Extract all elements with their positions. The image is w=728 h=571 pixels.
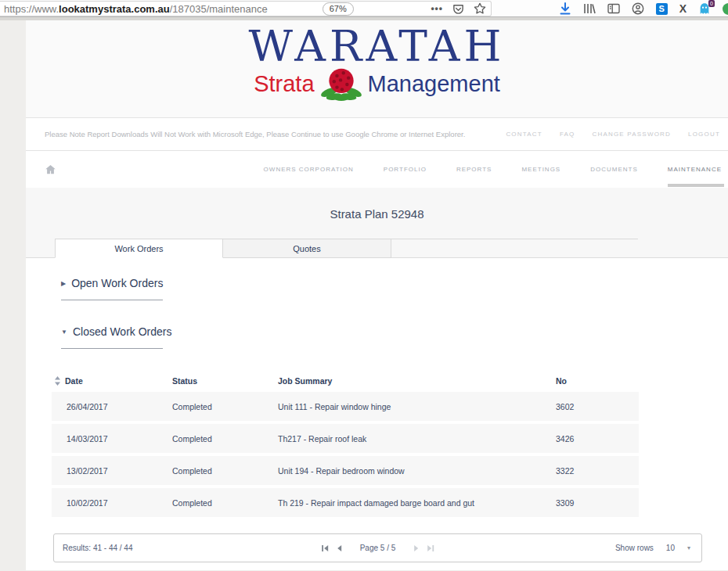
row-date: 10/02/2017 [52,498,157,508]
nav-portfolio[interactable]: PORTFOLIO [384,166,427,173]
first-page-button[interactable] [321,544,329,552]
row-status: Completed [157,402,263,411]
closed-work-orders-label: Closed Work Orders [73,325,172,338]
title-band: Strata Plan 52948 Work Orders Quotes [26,188,728,258]
table-row[interactable]: 10/02/2017 Completed Th 219 - Repair imp… [52,488,639,517]
logo-subtitle[interactable]: Strata [254,66,500,102]
tab-quotes[interactable]: Quotes [223,239,391,258]
url-bar[interactable]: https://www.lookatmystrata.com.au/187035… [0,1,492,16]
account-icon[interactable] [632,2,644,15]
row-date: 26/04/2017 [52,402,157,411]
previous-page-button[interactable] [336,544,342,552]
dropdown-caret-icon[interactable]: ▾ [687,544,690,551]
open-work-orders-label: Open Work Orders [71,277,163,289]
browser-toolbar: https://www.lookatmystrata.com.au/187035… [0,0,728,17]
page-title: Strata Plan 52948 [26,188,728,221]
site-header: WARATAH Strata [26,20,728,118]
table-row[interactable]: 13/02/2017 Completed Unit 194 - Repair b… [52,456,639,485]
section-divider [61,300,163,300]
nav-maintenance[interactable]: MAINTENANCE [668,166,722,173]
edge-warning-notice: Please Note Report Downloads Will Not Wo… [45,130,465,138]
next-page-button[interactable] [413,544,420,552]
row-status: Completed [157,466,263,476]
column-status[interactable]: Status [157,376,263,386]
ghostery-badge: 0 [708,0,715,7]
row-no: 3426 [541,434,639,444]
logo-management-text: Management [368,71,500,97]
tab-work-orders[interactable]: Work Orders [55,239,223,258]
x-extension-icon[interactable]: X [679,2,687,15]
table-header: Date Status Job Summary No [52,370,639,392]
column-job-summary[interactable]: Job Summary [263,376,541,386]
column-no[interactable]: No [541,376,639,386]
tab-bar: Work Orders Quotes [55,239,638,258]
collapsed-arrow-icon: ▶ [61,280,66,287]
s-extension-icon[interactable]: S [656,3,668,15]
bookmark-star-icon[interactable] [474,2,486,15]
expanded-arrow-icon: ▼ [61,329,67,336]
results-count: Results: 41 - 44 / 44 [54,544,133,552]
waratah-flower-icon [319,66,363,102]
home-icon[interactable] [45,163,56,175]
sidebar-icon[interactable] [607,2,620,15]
change-password-link[interactable]: CHANGE PASSWORD [592,131,671,138]
closed-work-orders-toggle[interactable]: ▼ Closed Work Orders [61,325,728,338]
closed-work-orders-table: Date Status Job Summary No 26/04/2017 Co… [52,370,639,517]
work-orders-panel: ▶ Open Work Orders ▼ Closed Work Orders … [26,258,728,562]
row-no: 3309 [541,498,639,508]
row-status: Completed [157,498,263,508]
sort-icon [55,376,60,386]
main-nav: OWNERS CORPORATION PORTFOLIO REPORTS MEE… [26,151,728,188]
last-page-button[interactable] [427,544,434,552]
open-work-orders-toggle[interactable]: ▶ Open Work Orders [61,277,728,289]
faq-link[interactable]: FAQ [560,131,575,138]
utility-bar: Please Note Report Downloads Will Not Wo… [26,118,728,151]
download-icon[interactable] [559,2,571,15]
nav-documents[interactable]: DOCUMENTS [590,166,638,173]
page-indicator: Page 5 / 5 [360,544,396,552]
page-zoom-indicator[interactable]: 67% [323,2,354,16]
logo-strata-text: Strata [254,71,314,97]
page-content: WARATAH Strata [26,20,728,570]
nav-owners-corporation[interactable]: OWNERS CORPORATION [264,166,354,173]
show-rows-label: Show rows [615,544,654,552]
logo-waratah[interactable]: WARATAH [249,22,506,70]
row-date: 14/03/2017 [52,434,157,444]
logout-link[interactable]: LOGOUT [688,131,720,138]
green-extension-icon[interactable] [723,3,728,15]
table-row[interactable]: 26/04/2017 Completed Unit 111 - Repair w… [52,392,639,421]
section-divider [61,348,163,349]
active-nav-underline [668,184,724,187]
row-summary: Th217 - Repair roof leak [263,434,541,444]
row-summary: Unit 194 - Repair bedroom window [263,466,541,476]
contact-link[interactable]: CONTACT [506,131,542,138]
pagination-bar: Results: 41 - 44 / 44 Page 5 / 5 Show ro… [53,533,702,562]
row-date: 13/02/2017 [52,466,157,476]
row-status: Completed [157,434,263,444]
column-date[interactable]: Date [52,376,157,386]
row-no: 3602 [541,402,639,411]
nav-meetings[interactable]: MEETINGS [521,166,560,173]
ghostery-icon[interactable]: 0 [698,2,711,15]
url-text: https://www.lookatmystrata.com.au/187035… [4,3,268,15]
row-summary: Unit 111 - Repair window hinge [263,402,541,411]
page-actions-icon[interactable]: ••• [431,3,443,14]
row-summary: Th 219 - Repair impact damaged barge boa… [263,498,541,508]
show-rows-select[interactable]: 10 [666,544,675,552]
tab-bar-filler [391,239,638,258]
table-row[interactable]: 14/03/2017 Completed Th217 - Repair roof… [52,424,639,453]
pocket-icon[interactable] [452,3,464,15]
row-no: 3322 [541,466,639,476]
nav-reports[interactable]: REPORTS [456,166,492,173]
library-icon[interactable] [583,2,596,15]
